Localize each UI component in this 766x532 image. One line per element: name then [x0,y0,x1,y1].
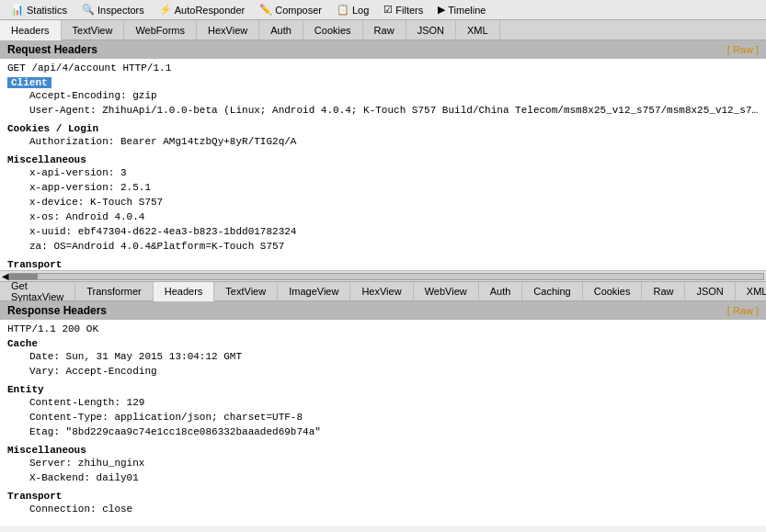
tab-json-resp[interactable]: JSON [685,282,735,300]
tab-xml-req[interactable]: XML [456,20,500,40]
toolbar-composer[interactable]: ✏️ Composer [252,0,329,19]
entity-group: Entity Content-Length: 129 Content-Type:… [7,384,759,439]
composer-icon: ✏️ [259,4,272,16]
transport-label-req: Transport [7,259,759,270]
tab-json-req[interactable]: JSON [406,20,456,40]
connection-item-resp: Connection: close [7,502,759,516]
cookies-login-group: Cookies / Login Authorization: Bearer AM… [7,123,759,149]
x-app-version-item: x-app-version: 2.5.1 [7,180,759,195]
client-label: Client [7,77,51,88]
request-scrollbar[interactable]: ◀ [0,270,766,281]
response-status-line: HTTP/1.1 200 OK [7,323,759,334]
client-group: Client Accept-Encoding: gzip User-Agent:… [7,77,759,118]
x-uuid-item: x-uuid: ebf47304-d622-4ea3-b823-1bdd0178… [7,224,759,239]
tab-caching[interactable]: Caching [522,282,582,300]
scroll-left-arrow[interactable]: ◀ [2,271,9,281]
request-panel: Request Headers [ Raw ] GET /api/4/accou… [0,40,766,281]
tab-cookies-resp[interactable]: Cookies [583,282,643,300]
content-length-item: Content-Length: 129 [7,395,759,410]
tab-xml-resp[interactable]: XML [736,282,766,300]
tab-webforms[interactable]: WebForms [124,20,197,40]
accept-encoding-item: Accept-Encoding: gzip [7,88,759,103]
cache-group: Cache Date: Sun, 31 May 2015 13:04:12 GM… [7,338,759,379]
statistics-icon: 📊 [11,4,24,16]
tab-headers-req[interactable]: Headers [0,20,62,40]
toolbar-filters[interactable]: ☑ Filters [376,0,430,19]
tab-textview-resp[interactable]: TextView [214,282,278,300]
response-tab-bar: Get SyntaxView Transformer Headers TextV… [0,281,766,301]
request-headers-content: GET /api/4/account HTTP/1.1 Client Accep… [0,59,766,270]
content-type-item: Content-Type: application/json; charset=… [7,410,759,424]
misc-group-resp: Miscellaneous Server: zhihu_nginx X-Back… [7,445,759,485]
toolbar-statistics[interactable]: 📊 Statistics [4,0,74,19]
user-agent-item: User-Agent: ZhihuApi/1.0.0-beta (Linux; … [7,103,759,118]
tab-auth-req[interactable]: Auth [259,20,303,40]
vary-item: Vary: Accept-Encoding [7,364,759,379]
misc-group-req: Miscellaneous x-api-version: 3 x-app-ver… [7,154,759,254]
tab-raw-resp[interactable]: Raw [642,282,685,300]
misc-label-resp: Miscellaneous [7,445,759,456]
x-backend-item: X-Backend: daily01 [7,470,759,485]
tab-textview-req[interactable]: TextView [62,20,125,40]
response-headers-section-header: Response Headers [ Raw ] [0,301,766,320]
toolbar-autoresponder[interactable]: ⚡ AutoResponder [152,0,252,19]
tab-hexview-req[interactable]: HexView [197,20,259,40]
response-content: HTTP/1.1 200 OK Cache Date: Sun, 31 May … [0,320,766,532]
response-panel: Get SyntaxView Transformer Headers TextV… [0,281,766,532]
entity-label: Entity [7,384,759,395]
toolbar-inspectors[interactable]: 🔍 Inspectors [74,0,152,19]
tab-headers-resp[interactable]: Headers [154,282,215,301]
toolbar-log[interactable]: 📋 Log [329,0,376,19]
log-icon: 📋 [337,4,349,16]
x-device-item: x-device: K-Touch S757 [7,195,759,209]
cookies-login-label: Cookies / Login [7,123,759,134]
top-toolbar: 📊 Statistics 🔍 Inspectors ⚡ AutoResponde… [0,0,766,20]
authorization-item: Authorization: Bearer AMg14tzbQy+8yR/TIG… [7,134,759,149]
request-url: GET /api/4/account HTTP/1.1 [7,62,759,74]
x-api-version-item: x-api-version: 3 [7,165,759,180]
date-item: Date: Sun, 31 May 2015 13:04:12 GMT [7,349,759,364]
request-headers-section-header: Request Headers [ Raw ] [0,40,766,59]
tab-raw-req[interactable]: Raw [363,20,406,40]
tab-hexview-resp[interactable]: HexView [350,282,413,300]
tab-webview[interactable]: WebView [414,282,479,300]
scrollbar-thumb[interactable] [10,274,38,279]
inspectors-icon: 🔍 [82,4,95,16]
transport-label-resp: Transport [7,491,759,502]
response-headers-content: HTTP/1.1 200 OK Cache Date: Sun, 31 May … [0,320,766,526]
transport-group-resp: Transport Connection: close [7,491,759,516]
timeline-icon: ▶ [438,4,445,16]
server-item: Server: zhihu_nginx [7,456,759,470]
main-container: 📊 Statistics 🔍 Inspectors ⚡ AutoResponde… [0,0,766,532]
tab-auth-resp[interactable]: Auth [479,282,523,300]
etag-item: Etag: "8bd229caa9c74e1cc18ce086332baaade… [7,424,759,439]
autoresponder-icon: ⚡ [159,4,172,16]
request-content: GET /api/4/account HTTP/1.1 Client Accep… [0,59,766,270]
filters-icon: ☑ [383,4,393,16]
za-item: za: OS=Android 4.0.4&Platform=K-Touch S7… [7,239,759,254]
request-tab-bar: Headers TextView WebForms HexView Auth C… [0,20,766,40]
tab-imageview[interactable]: ImageView [278,282,350,300]
toolbar-timeline[interactable]: ▶ Timeline [430,0,493,19]
request-raw-link[interactable]: [ Raw ] [727,44,759,55]
scrollbar-track[interactable] [9,273,764,280]
tab-transformer[interactable]: Transformer [75,282,154,300]
tab-cookies-req[interactable]: Cookies [303,20,363,40]
transport-group-req: Transport connection: Close [7,259,759,270]
cache-label: Cache [7,338,759,349]
x-os-item: x-os: Android 4.0.4 [7,209,759,224]
misc-label-req: Miscellaneous [7,154,759,165]
tab-get-syntaxview[interactable]: Get SyntaxView [0,282,75,300]
response-raw-link[interactable]: [ Raw ] [727,305,759,316]
